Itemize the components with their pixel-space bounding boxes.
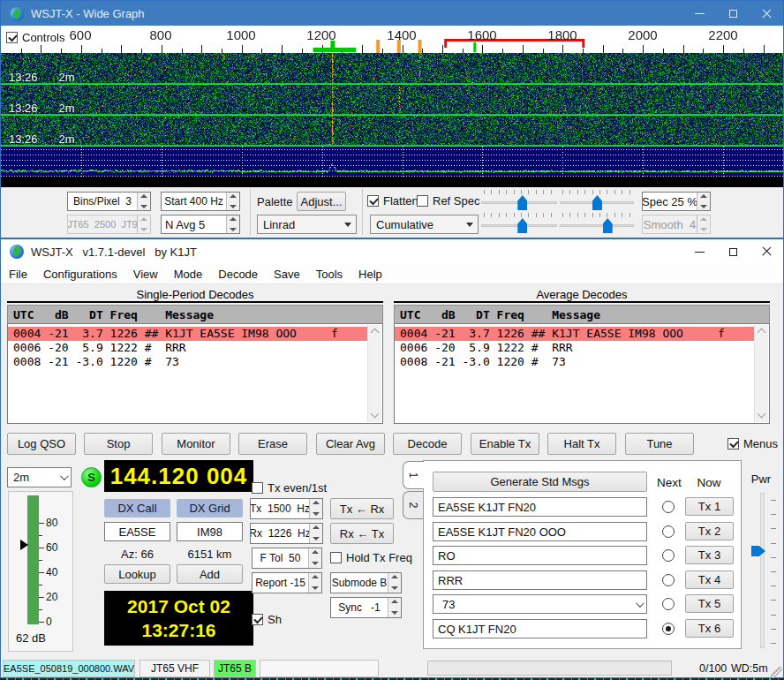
tx3-now-button[interactable]: Tx 3 (685, 546, 734, 564)
ref-spec-checkbox[interactable]: Ref Spec (417, 194, 479, 208)
decode-row[interactable]: 0006 -20 5.9 1222 # RRR (8, 341, 367, 355)
scroll-down-icon[interactable] (755, 409, 768, 422)
lookup-button[interactable]: Lookup (104, 564, 170, 584)
rx-to-tx-button[interactable]: Rx ← Tx (330, 523, 394, 544)
tx-freq-spinner[interactable]: Tx 1500 Hz (250, 498, 323, 519)
n-avg-spinner[interactable]: N Avg 5 (161, 215, 240, 234)
spectrum-zero-slider[interactable] (560, 213, 634, 234)
sync-spinner[interactable]: Sync -1 (330, 597, 402, 618)
spin-arrows-icon[interactable] (137, 193, 150, 210)
decode-row[interactable]: 0008 -21 -3.0 1220 # 73 (395, 355, 754, 369)
palette-combo[interactable]: Linrad (257, 215, 357, 234)
slider-thumb[interactable] (517, 195, 527, 210)
scroll-down-icon[interactable] (368, 409, 381, 422)
tx4-message-input[interactable]: RRR (433, 570, 647, 590)
dx-grid-input[interactable]: IM98 (177, 522, 243, 541)
slider-thumb[interactable] (517, 218, 527, 233)
wide-graph-titlebar[interactable]: WSJT-X - Wide Graph (1, 1, 783, 26)
minimize-icon[interactable] (682, 239, 716, 264)
erase-button[interactable]: Erase (238, 433, 307, 455)
tx-even-checkbox[interactable]: Tx even/1st (252, 481, 327, 495)
dx-call-input[interactable]: EA5SE (104, 522, 170, 541)
average-decodes-list[interactable]: 0004 -21 3.7 1226 ## K1JT EA5SE IM98 OOO… (394, 323, 770, 424)
menu-decode[interactable]: Decode (210, 264, 266, 283)
spin-arrows-icon[interactable] (309, 499, 322, 518)
menu-mode[interactable]: Mode (166, 264, 211, 283)
rx-freq-spinner[interactable]: Rx 1226 Hz (250, 523, 323, 544)
tx5-now-button[interactable]: Tx 5 (685, 594, 734, 613)
menus-checkbox[interactable]: Menus (727, 437, 778, 450)
menu-view[interactable]: View (125, 264, 166, 283)
hold-tx-freq-checkbox[interactable]: Hold Tx Freq (330, 551, 412, 564)
tx1-next-radio[interactable] (662, 501, 675, 513)
tx5-message-combo[interactable]: 73 (433, 594, 647, 614)
decode-row[interactable]: 0008 -21 -3.0 1220 # 73 (8, 355, 367, 369)
tx2-message-input[interactable]: EA5SE K1JT FN20 OOO (433, 522, 647, 541)
scroll-up-icon[interactable] (755, 325, 768, 338)
tune-button[interactable]: Tune (625, 433, 694, 455)
tx6-next-radio[interactable] (662, 623, 675, 635)
enable-tx-button[interactable]: Enable Tx (471, 433, 539, 455)
resize-grip[interactable] (771, 667, 782, 678)
scrollbar[interactable] (754, 325, 768, 422)
scroll-up-icon[interactable] (368, 325, 381, 338)
pwr-slider[interactable] (760, 493, 765, 648)
monitor-button[interactable]: Monitor (162, 433, 230, 455)
f-tol-spinner[interactable]: F Tol 50 (252, 548, 322, 569)
tx4-now-button[interactable]: Tx 4 (685, 570, 734, 589)
log-qso-button[interactable]: Log QSO (7, 433, 76, 455)
halt-tx-button[interactable]: Halt Tx (547, 433, 616, 455)
band-combo[interactable]: 2m (7, 467, 72, 487)
status-s-button[interactable]: S (81, 467, 102, 487)
waterfall-canvas[interactable] (1, 53, 783, 187)
close-icon[interactable] (750, 239, 783, 264)
waterfall-zero-slider[interactable] (481, 213, 557, 234)
single-decodes-list[interactable]: 0004 -21 3.7 1226 ## K1JT EA5SE IM98 OOO… (7, 323, 383, 424)
main-titlebar[interactable]: WSJT-X v1.7.1-devel by K1JT (1, 239, 783, 265)
decode-row[interactable]: 0004 -21 3.7 1226 ## K1JT EA5SE IM98 OOO… (8, 327, 367, 341)
spin-arrows-icon[interactable] (309, 524, 322, 543)
flatten-checkbox[interactable]: Flatten (367, 194, 418, 208)
tx5-next-radio[interactable] (662, 598, 675, 610)
display-mode-combo[interactable]: Cumulative (370, 215, 479, 234)
menu-configurations[interactable]: Configurations (35, 264, 125, 283)
spec-percent-spinner[interactable]: Spec 25 % (642, 192, 711, 211)
report-spinner[interactable]: Report -15 (252, 572, 322, 593)
maximize-icon[interactable] (716, 1, 750, 26)
spin-arrows-icon[interactable] (226, 193, 239, 210)
tx6-message-input[interactable]: CQ K1JT FN20 (433, 619, 647, 638)
menu-tools[interactable]: Tools (308, 264, 351, 283)
spin-arrows-icon[interactable] (388, 573, 401, 593)
tx3-message-input[interactable]: RO (433, 546, 647, 565)
spin-arrows-icon[interactable] (308, 573, 321, 593)
sh-checkbox[interactable]: Sh (252, 613, 282, 626)
tx6-now-button[interactable]: Tx 6 (685, 619, 734, 638)
tx2-now-button[interactable]: Tx 2 (685, 522, 734, 540)
tx-to-rx-button[interactable]: Tx ← Rx (330, 498, 394, 519)
tx1-now-button[interactable]: Tx 1 (685, 497, 734, 516)
stop-button[interactable]: Stop (84, 433, 153, 455)
decode-row[interactable]: 0006 -20 5.9 1222 # RRR (395, 341, 754, 355)
spin-arrows-icon[interactable] (226, 215, 239, 233)
clear-avg-button[interactable]: Clear Avg (316, 433, 385, 455)
maximize-icon[interactable] (716, 239, 750, 264)
spin-arrows-icon[interactable] (697, 193, 710, 210)
minimize-icon[interactable] (682, 1, 716, 26)
close-icon[interactable] (750, 1, 783, 26)
tx3-next-radio[interactable] (662, 549, 675, 562)
generate-std-msgs-button[interactable]: Generate Std Msgs (433, 472, 647, 492)
decode-row[interactable]: 0004 -21 3.7 1226 ## K1JT EA5SE IM98 OOO… (395, 327, 754, 341)
decode-button[interactable]: Decode (393, 433, 462, 455)
tx4-next-radio[interactable] (662, 574, 675, 586)
menu-help[interactable]: Help (351, 264, 390, 283)
palette-adjust-button[interactable]: Adjust... (297, 192, 346, 211)
spin-arrows-icon[interactable] (308, 548, 321, 568)
scrollbar[interactable] (367, 325, 381, 422)
bins-pixel-spinner[interactable]: Bins/Pixel 3 (67, 192, 151, 211)
tab-2[interactable]: 2 (403, 491, 424, 519)
tx1-message-input[interactable]: EA5SE K1JT FN20 (433, 497, 647, 517)
slider-thumb[interactable] (603, 218, 613, 233)
tab-1[interactable]: 1 (403, 461, 424, 489)
spectrum-gain-slider[interactable] (560, 190, 634, 211)
tx2-next-radio[interactable] (662, 525, 675, 538)
